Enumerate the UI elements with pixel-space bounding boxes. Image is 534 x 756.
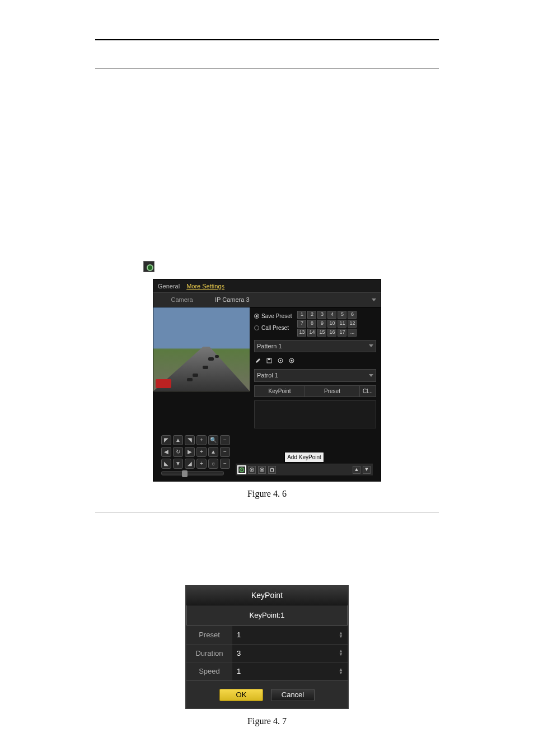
- preset-cell[interactable]: 7: [297, 320, 306, 328]
- preset-value: 1: [237, 629, 241, 641]
- preset-cell[interactable]: 10: [327, 320, 336, 328]
- iris-open[interactable]: +: [196, 459, 207, 469]
- svg-rect-5: [291, 360, 293, 362]
- zoom-icon: 🔍: [208, 435, 218, 445]
- call-preset-label: Call Preset: [261, 324, 289, 332]
- stop-circle-icon[interactable]: [288, 357, 296, 365]
- add-keypoint-icon: [143, 261, 154, 272]
- iris-icon: ☼: [208, 459, 218, 469]
- svg-rect-12: [271, 469, 274, 472]
- preset-cell[interactable]: 15: [317, 329, 326, 337]
- stepper-icon[interactable]: ▲▼: [339, 668, 343, 675]
- radio-on-icon: [254, 314, 259, 319]
- tab-more-settings[interactable]: More Settings: [186, 282, 224, 291]
- section-rule: [95, 68, 439, 69]
- preset-cell[interactable]: 8: [307, 320, 316, 328]
- cancel-button[interactable]: Cancel: [271, 689, 315, 701]
- preset-cell[interactable]: 9: [317, 320, 326, 328]
- camera-value: IP Camera 3: [215, 295, 250, 305]
- add-keypoint-tooltip: Add KeyPoint: [284, 452, 324, 463]
- stop-patrol-button[interactable]: [258, 466, 266, 474]
- keypoint-list: [254, 400, 376, 428]
- pattern-value: Pattern 1: [257, 342, 282, 351]
- preset-cell[interactable]: 3: [317, 311, 326, 319]
- dialog-button-bar: OK Cancel: [186, 680, 348, 708]
- preset-cell[interactable]: 1: [297, 311, 306, 319]
- duration-label: Duration: [186, 645, 232, 662]
- svg-marker-9: [251, 469, 253, 471]
- preset-cell[interactable]: 13: [297, 329, 306, 337]
- dpad-down-right[interactable]: ◢: [185, 459, 195, 469]
- focus-out[interactable]: −: [220, 447, 230, 457]
- call-preset-radio[interactable]: Call Preset: [254, 324, 292, 332]
- dpad-down-left[interactable]: ◣: [161, 459, 171, 469]
- patrol-toolbar: ▲ ▼: [236, 464, 373, 475]
- save-icon[interactable]: [265, 357, 273, 365]
- dpad-up-left[interactable]: ◤: [161, 435, 171, 445]
- preset-cell[interactable]: 12: [348, 320, 357, 328]
- preset-cell[interactable]: 5: [338, 311, 346, 319]
- camera-label: Camera: [153, 293, 210, 307]
- speed-knob[interactable]: [182, 470, 188, 477]
- preset-cell[interactable]: 17: [338, 329, 346, 337]
- move-up-button[interactable]: ▲: [353, 466, 360, 474]
- dialog-subtitle: KeyPoint:1: [186, 605, 348, 626]
- preset-cell[interactable]: 16: [327, 329, 336, 337]
- speed-stepper[interactable]: 1 ▲▼: [232, 662, 348, 680]
- col-clear: Cl...: [360, 386, 376, 396]
- zoom-in[interactable]: +: [196, 435, 207, 445]
- patrol-select[interactable]: Patrol 1: [254, 369, 376, 382]
- play-circle-icon[interactable]: [277, 357, 284, 365]
- delete-button[interactable]: [268, 466, 276, 474]
- dialog-title: KeyPoint: [186, 586, 348, 605]
- preset-stepper[interactable]: 1 ▲▼: [232, 626, 348, 644]
- col-preset: Preset: [305, 386, 360, 396]
- preset-cell[interactable]: 2: [307, 311, 316, 319]
- section-rule-2: [95, 512, 439, 512]
- focus-in[interactable]: +: [196, 447, 207, 457]
- save-preset-radio[interactable]: Save Preset: [254, 312, 292, 320]
- stepper-icon[interactable]: ▲▼: [339, 650, 343, 656]
- preset-label: Preset: [186, 626, 232, 644]
- figure-caption-46: Figure 4. 6: [34, 487, 500, 501]
- preset-cell[interactable]: 6: [348, 311, 357, 319]
- dpad: ◤ ▲ ◥ + 🔍 − ◀ ↻ ▶ + ▲ − ◣ ▼ ◢: [161, 435, 230, 469]
- play-patrol-button[interactable]: [248, 466, 256, 474]
- ptz-settings-panel: General More Settings Camera IP Camera 3: [153, 279, 381, 482]
- chevron-down-icon: [369, 344, 373, 347]
- zoom-out[interactable]: −: [220, 435, 230, 445]
- dpad-auto[interactable]: ↻: [173, 447, 183, 457]
- svg-point-7: [241, 469, 242, 470]
- figure-caption-47: Figure 4. 7: [34, 715, 500, 728]
- dpad-up[interactable]: ▲: [173, 435, 183, 445]
- duration-stepper[interactable]: 3 ▲▼: [232, 645, 348, 662]
- speed-label: Speed: [186, 662, 232, 680]
- speed-slider[interactable]: [161, 471, 224, 475]
- ok-button[interactable]: OK: [219, 689, 263, 701]
- camera-select[interactable]: IP Camera 3: [210, 293, 381, 307]
- preset-grid: 1 2 3 4 5 6 7 8 9 10 11 12 13: [297, 311, 357, 337]
- svg-rect-11: [261, 469, 263, 470]
- dpad-left[interactable]: ◀: [161, 447, 171, 457]
- stepper-icon[interactable]: ▲▼: [339, 632, 343, 638]
- pattern-select[interactable]: Pattern 1: [254, 340, 376, 353]
- dpad-down[interactable]: ▼: [173, 459, 183, 469]
- dpad-right[interactable]: ▶: [185, 447, 195, 457]
- pencil-icon[interactable]: [254, 357, 262, 365]
- move-down-button[interactable]: ▼: [363, 466, 371, 474]
- iris-close[interactable]: −: [220, 459, 230, 469]
- save-preset-label: Save Preset: [261, 312, 292, 320]
- pattern-toolbar: [254, 356, 376, 366]
- preset-cell[interactable]: ...: [348, 329, 357, 337]
- focus-icon: ▲: [208, 447, 218, 457]
- preset-cell[interactable]: 11: [338, 320, 346, 328]
- dpad-up-right[interactable]: ◥: [185, 435, 195, 445]
- chevron-down-icon: [372, 298, 376, 301]
- add-keypoint-button[interactable]: [238, 466, 246, 474]
- preset-cell[interactable]: 14: [307, 329, 316, 337]
- camera-row: Camera IP Camera 3: [153, 292, 381, 307]
- tab-general[interactable]: General: [158, 282, 180, 291]
- chevron-down-icon: [369, 374, 373, 377]
- dpad-container: ◤ ▲ ◥ + 🔍 − ◀ ↻ ▶ + ▲ − ◣ ▼ ◢: [161, 435, 230, 475]
- preset-cell[interactable]: 4: [327, 311, 336, 319]
